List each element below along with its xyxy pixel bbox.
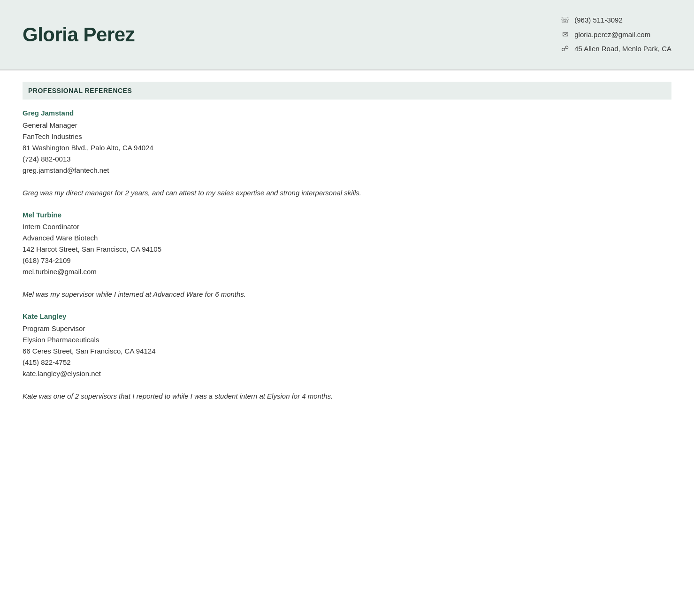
resume-header: Gloria Perez ☏ (963) 511-3092 ✉ gloria.p… — [0, 0, 694, 69]
reference-kate: Kate Langley Program Supervisor Elysion … — [23, 311, 671, 379]
street-address: 45 Allen Road, Menlo Park, CA — [574, 44, 671, 54]
reference-note-kate: Kate was one of 2 supervisors that I rep… — [23, 391, 671, 402]
section-title: PROFESSIONAL REFERENCES — [28, 87, 132, 94]
email-address: gloria.perez@gmail.com — [574, 30, 650, 40]
reference-phone-greg: (724) 882-0013 — [23, 154, 671, 165]
reference-company-mel: Advanced Ware Biotech — [23, 232, 671, 244]
reference-company-kate: Elysion Pharmaceuticals — [23, 334, 671, 346]
phone-number: (963) 511-3092 — [574, 15, 623, 26]
reference-company-greg: FanTech Industries — [23, 131, 671, 142]
main-content: PROFESSIONAL REFERENCES Greg Jamstand Ge… — [0, 70, 694, 432]
reference-title-kate: Program Supervisor — [23, 323, 671, 334]
reference-address-greg: 81 Washington Blvd., Palo Alto, CA 94024 — [23, 142, 671, 154]
reference-address-kate: 66 Ceres Street, San Francisco, CA 94124 — [23, 346, 671, 357]
phone-icon: ☏ — [560, 15, 570, 25]
reference-name-mel: Mel Turbine — [23, 210, 671, 221]
phone-item: ☏ (963) 511-3092 — [560, 15, 671, 26]
reference-note-greg: Greg was my direct manager for 2 years, … — [23, 187, 671, 199]
reference-greg: Greg Jamstand General Manager FanTech In… — [23, 108, 671, 176]
address-item: ☍ 45 Allen Road, Menlo Park, CA — [560, 44, 671, 54]
location-icon: ☍ — [560, 44, 570, 54]
reference-note-mel: Mel was my supervisor while I interned a… — [23, 289, 671, 300]
reference-email-mel: mel.turbine@gmail.com — [23, 266, 671, 277]
reference-address-mel: 142 Harcot Street, San Francisco, CA 941… — [23, 244, 671, 255]
reference-name-kate: Kate Langley — [23, 311, 671, 322]
email-icon: ✉ — [560, 30, 570, 39]
header-name-container: Gloria Perez — [23, 20, 135, 49]
candidate-name: Gloria Perez — [23, 20, 135, 49]
contact-info: ☏ (963) 511-3092 ✉ gloria.perez@gmail.co… — [560, 15, 671, 54]
reference-email-kate: kate.langley@elysion.net — [23, 368, 671, 379]
reference-phone-kate: (415) 822-4752 — [23, 357, 671, 368]
reference-phone-mel: (618) 734-2109 — [23, 255, 671, 266]
email-item: ✉ gloria.perez@gmail.com — [560, 30, 671, 40]
section-header: PROFESSIONAL REFERENCES — [23, 82, 671, 100]
reference-title-greg: General Manager — [23, 120, 671, 131]
reference-title-mel: Intern Coordinator — [23, 221, 671, 232]
reference-name-greg: Greg Jamstand — [23, 108, 671, 119]
reference-mel: Mel Turbine Intern Coordinator Advanced … — [23, 210, 671, 278]
reference-email-greg: greg.jamstand@fantech.net — [23, 165, 671, 176]
